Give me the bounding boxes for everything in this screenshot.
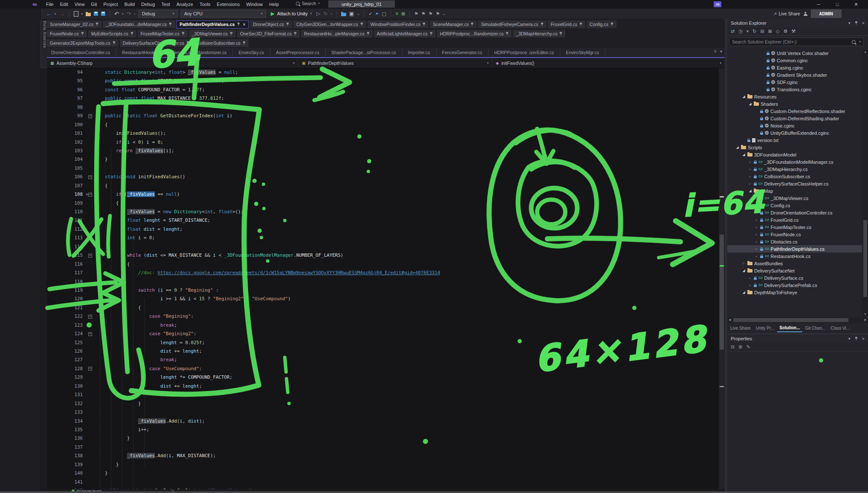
editor-tab[interactable]: RestaurantHo...pleManager.cs <box>301 30 373 38</box>
fold-margin[interactable]: − <box>88 173 94 181</box>
select-box-icon[interactable]: ▢ <box>382 12 386 16</box>
expanded-icon[interactable]: ◢ <box>742 290 746 294</box>
collapse-icon[interactable]: − <box>88 114 92 118</box>
fold-margin[interactable]: − <box>88 312 94 321</box>
nav-back-icon[interactable]: ← <box>46 11 52 17</box>
menu-item-help[interactable]: Help <box>269 2 279 7</box>
tree-item[interactable]: Easing.cginc <box>727 64 862 71</box>
menu-item-test[interactable]: Test <box>162 2 170 7</box>
tree-item[interactable]: ◢DeliverySurfaceNet <box>727 267 862 274</box>
menu-item-analyze[interactable]: Analyze <box>176 2 193 7</box>
platform-dropdown[interactable]: Any CPU▾ <box>181 10 266 17</box>
editor-tab[interactable]: FencesGenerator.cs <box>438 49 489 56</box>
code-line[interactable]: 126 dist += lenght; <box>47 347 719 356</box>
pin-icon[interactable] <box>237 22 240 26</box>
dropdown-icon[interactable]: ▾ <box>122 12 124 15</box>
collapsed-icon[interactable]: ▹ <box>755 204 758 207</box>
editor-tab[interactable]: SceneManager_02.cs <box>47 20 101 28</box>
code-line[interactable]: 104 } <box>47 155 719 164</box>
tree-item[interactable]: ▹C#_3DMapHierarchy.cs <box>727 165 862 173</box>
close-icon[interactable]: × <box>862 336 865 341</box>
fold-margin[interactable]: − <box>88 251 94 260</box>
code-line[interactable]: 139 } <box>47 461 719 469</box>
pin-icon[interactable] <box>422 22 425 26</box>
dropdown-icon[interactable]: ▾ <box>330 12 332 15</box>
spell-check-icon[interactable]: ✓ <box>368 12 372 16</box>
editor-tab[interactable]: _3DMapViewer.cs <box>189 30 236 38</box>
scrollbar-thumb[interactable] <box>720 235 724 350</box>
refresh-icon[interactable]: ↻ <box>752 29 756 34</box>
pin-icon[interactable] <box>855 336 858 341</box>
project-dropdown[interactable]: ▦ Assembly-CSharp ▾ <box>47 58 298 68</box>
dropdown-icon[interactable]: ▾ <box>81 12 83 15</box>
expanded-icon[interactable]: ◢ <box>748 189 752 193</box>
menu-item-file[interactable]: File <box>46 2 54 7</box>
expanded-icon[interactable]: ◢ <box>742 95 746 99</box>
collapsed-icon[interactable]: ▹ <box>755 197 758 200</box>
editor-tab[interactable]: AssetPreprocessor.cs <box>272 49 326 56</box>
collapsed-icon[interactable]: ▹ <box>748 168 752 171</box>
save-icon[interactable] <box>94 12 98 16</box>
collapse-all-icon[interactable]: ⊟ <box>761 29 764 34</box>
save-all-icon[interactable] <box>101 12 105 16</box>
solution-name-badge[interactable]: unity_proj_hdrp_01 <box>328 0 395 8</box>
close-icon[interactable]: × <box>243 22 246 27</box>
panel-tab-live-share[interactable]: Live Share <box>728 325 753 332</box>
collapse-icon[interactable]: − <box>88 367 92 371</box>
tree-item[interactable]: Transitions.cginc <box>727 86 862 93</box>
code-line[interactable]: 98 <box>47 103 719 112</box>
code-line[interactable]: 131 break; <box>47 391 719 399</box>
more-tabs-icon[interactable]: ≡ <box>714 49 717 54</box>
fold-margin[interactable]: − <box>88 190 94 199</box>
bookmark-icon[interactable]: ⚑ <box>414 12 418 16</box>
editor-tab[interactable]: FruxelMapTester.cs <box>138 30 188 38</box>
tree-item[interactable]: Unlit Vertex Color.shader <box>727 49 862 57</box>
tree-item[interactable]: ◢DMap <box>727 187 862 194</box>
code-line[interactable]: 121 { <box>47 304 719 312</box>
menu-item-debug[interactable]: Debug <box>141 2 155 7</box>
editor-tab[interactable]: DroneOrientationController.cs <box>47 49 116 56</box>
editor-tab[interactable]: OneSec3D_FileFormat.cs <box>237 30 300 38</box>
tree-item[interactable]: Common.cginc <box>727 57 862 64</box>
code-line[interactable]: 94 static Dictionary<int, float> _fixVal… <box>47 68 719 77</box>
code-line[interactable]: 125 lenght = 0.025f; <box>47 339 719 347</box>
tree-item[interactable]: ◢3DFoundationModel <box>727 151 862 158</box>
account-icon[interactable] <box>804 14 807 16</box>
bookmark-prev-icon[interactable]: ⚑ <box>421 12 425 16</box>
code-line[interactable]: 120 i >= 1 && i < 15 ? "Begining2" : "Us… <box>47 295 719 303</box>
scrollbar-thumb[interactable] <box>733 318 848 322</box>
code-line[interactable]: 110 _fixValues = new Dictionary<int, flo… <box>47 208 719 216</box>
code-line[interactable]: 102 if (i < 0) i = 0; <box>47 138 719 147</box>
properties-header[interactable]: Properties ▾ × <box>727 334 868 342</box>
tree-item[interactable]: Custom-DeferredReflections.shader <box>727 107 862 115</box>
indent-icon[interactable]: ≡ <box>395 11 398 16</box>
menu-item-build[interactable]: Build <box>124 2 135 7</box>
menu-item-extensions[interactable]: Extensions <box>217 2 240 7</box>
editor-tab[interactable]: EnviroSky.cs <box>234 49 270 56</box>
code-line[interactable]: 128− case "UseCompound": <box>47 365 719 373</box>
tree-item[interactable]: UnityGBufferExtended.cginc <box>727 129 862 136</box>
tree-item[interactable]: ▹C#PathfinderDepthValues.cs <box>727 245 862 252</box>
code-line[interactable]: 99− public static float GetDistanceForIn… <box>47 112 719 120</box>
tree-item[interactable]: ◢DepthMapToFisheye <box>727 289 862 296</box>
editor-tab[interactable]: HDRPPostproce..izerEditor.cs <box>490 49 560 56</box>
code-line[interactable]: 112 float dist = lenght; <box>47 225 719 234</box>
new-file-icon[interactable] <box>74 11 78 17</box>
close-icon[interactable]: × <box>862 20 865 26</box>
code-line[interactable]: 122− case "Begining": <box>47 312 719 321</box>
editor-tab[interactable]: WindowPositionFinder.cs <box>367 20 428 28</box>
bookmark-clear-icon[interactable]: ⚑ <box>436 12 440 16</box>
code-line[interactable]: 132 } <box>47 400 719 408</box>
tools-icon[interactable]: ⚒ <box>791 29 796 34</box>
pin-icon[interactable] <box>294 32 297 36</box>
menu-item-git[interactable]: Git <box>91 2 97 7</box>
tree-item[interactable]: ▹C#FruxelNode.cs <box>727 231 862 238</box>
scroll-left-icon[interactable]: ◀ <box>729 318 731 322</box>
tree-item[interactable]: ▹C#_3DFoundationModelManager.cs <box>727 158 862 165</box>
tab-overflow[interactable]: ≡▾ <box>714 49 722 54</box>
pin-icon[interactable] <box>286 22 289 26</box>
pin-icon[interactable] <box>243 41 246 45</box>
start-without-debug-icon[interactable]: ▷ <box>316 11 320 16</box>
tree-item[interactable]: ▹C#_3DMapViewer.cs <box>727 194 862 202</box>
collapsed-icon[interactable]: ▹ <box>755 218 758 222</box>
